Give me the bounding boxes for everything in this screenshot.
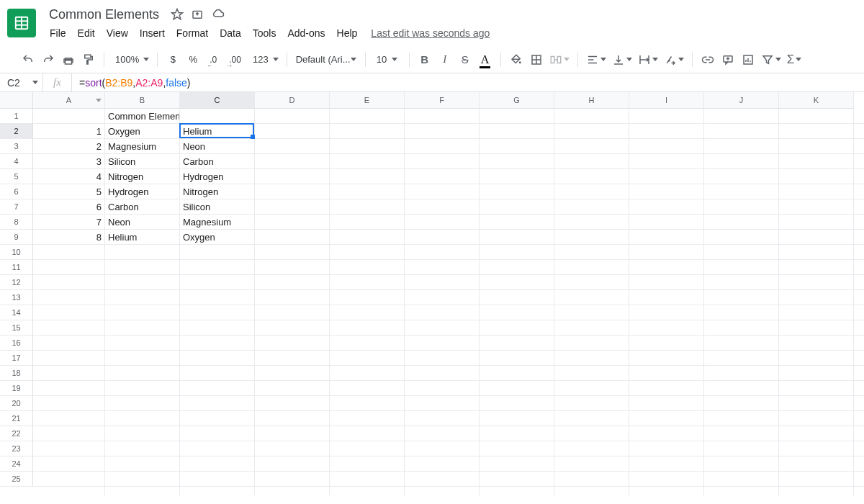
column-header-K[interactable]: K: [779, 92, 854, 109]
insert-link-button[interactable]: [698, 50, 717, 69]
redo-button[interactable]: [39, 50, 58, 69]
merge-cells-button[interactable]: [547, 50, 572, 69]
row-header-5[interactable]: 5: [0, 169, 33, 184]
row-header-1[interactable]: 1: [0, 109, 33, 124]
cell-C5[interactable]: Hydrogen: [180, 169, 254, 184]
row-header-10[interactable]: 10: [0, 245, 33, 260]
row-header-4[interactable]: 4: [0, 154, 33, 169]
cell-C4[interactable]: Carbon: [180, 154, 254, 169]
menu-tools[interactable]: Tools: [248, 24, 282, 42]
row-header-17[interactable]: 17: [0, 351, 33, 366]
row-header-20[interactable]: 20: [0, 396, 33, 411]
italic-button[interactable]: I: [436, 50, 454, 69]
fill-color-button[interactable]: [507, 50, 526, 69]
cell-A3[interactable]: 2: [33, 139, 104, 154]
sheets-app-icon[interactable]: [7, 9, 36, 37]
menu-add-ons[interactable]: Add-ons: [282, 24, 330, 42]
menu-insert[interactable]: Insert: [135, 24, 170, 42]
text-color-button[interactable]: A: [476, 50, 495, 69]
row-header-15[interactable]: 15: [0, 320, 33, 336]
column-header-D[interactable]: D: [255, 92, 330, 109]
currency-button[interactable]: $: [163, 50, 182, 69]
cell-A9[interactable]: 8: [33, 230, 104, 245]
row-header-7[interactable]: 7: [0, 199, 33, 215]
font-size-dropdown[interactable]: 10: [372, 50, 403, 69]
column-header-I[interactable]: I: [629, 92, 704, 109]
row-header-21[interactable]: 21: [0, 411, 33, 426]
strikethrough-button[interactable]: S: [456, 50, 474, 69]
more-formats-dropdown[interactable]: 123: [248, 50, 281, 69]
row-header-22[interactable]: 22: [0, 426, 33, 441]
cell-C8[interactable]: Magnesium: [180, 215, 254, 230]
cell-C7[interactable]: Silicon: [180, 199, 254, 215]
row-header-25[interactable]: 25: [0, 472, 33, 487]
print-button[interactable]: [59, 50, 78, 69]
filter-button[interactable]: [759, 50, 783, 69]
menu-view[interactable]: View: [102, 24, 133, 42]
row-header-24[interactable]: 24: [0, 456, 33, 472]
formula-bar[interactable]: =sort(B2:B9,A2:A9,false): [72, 77, 191, 89]
cloud-status-icon[interactable]: [211, 8, 225, 21]
horizontal-align-dropdown[interactable]: [584, 50, 608, 69]
row-header-11[interactable]: 11: [0, 260, 33, 275]
row-header-2[interactable]: 2: [0, 124, 33, 139]
row-header-14[interactable]: 14: [0, 305, 33, 320]
menu-help[interactable]: Help: [332, 24, 363, 42]
row-header-9[interactable]: 9: [0, 230, 33, 245]
select-all-corner[interactable]: [0, 92, 33, 109]
cell-B9[interactable]: Helium: [105, 230, 179, 245]
cell-B3[interactable]: Magnesium: [105, 139, 179, 154]
font-family-dropdown[interactable]: Default (Ari...: [293, 50, 359, 69]
cell-B5[interactable]: Nitrogen: [105, 169, 179, 184]
column-header-F[interactable]: F: [405, 92, 480, 109]
row-header-12[interactable]: 12: [0, 275, 33, 290]
menu-edit[interactable]: Edit: [73, 24, 100, 42]
vertical-align-dropdown[interactable]: [610, 50, 634, 69]
column-header-E[interactable]: E: [330, 92, 405, 109]
column-header-G[interactable]: G: [480, 92, 554, 109]
cell-A2[interactable]: 1: [33, 124, 104, 139]
menu-data[interactable]: Data: [215, 24, 246, 42]
column-menu-icon[interactable]: [96, 96, 102, 104]
bold-button[interactable]: B: [415, 50, 434, 69]
cell-B1[interactable]: Common Elements: [105, 109, 179, 124]
percent-button[interactable]: %: [184, 50, 202, 69]
document-title[interactable]: Common Elements: [45, 6, 163, 24]
text-rotation-dropdown[interactable]: [662, 50, 686, 69]
column-header-A[interactable]: A: [33, 92, 105, 109]
functions-button[interactable]: Σ: [785, 50, 804, 69]
decrease-decimal-button[interactable]: .0←: [204, 50, 222, 69]
cell-grid[interactable]: Common Elements1OxygenHelium2MagnesiumNe…: [33, 109, 864, 495]
cell-B2[interactable]: Oxygen: [105, 124, 179, 139]
zoom-dropdown[interactable]: 100%: [110, 50, 151, 69]
star-icon[interactable]: [171, 8, 184, 21]
name-box[interactable]: C2: [0, 73, 43, 91]
cell-B4[interactable]: Silicon: [105, 154, 179, 169]
row-header-8[interactable]: 8: [0, 215, 33, 230]
column-header-J[interactable]: J: [704, 92, 779, 109]
row-header-19[interactable]: 19: [0, 381, 33, 396]
row-header-3[interactable]: 3: [0, 139, 33, 154]
cell-C3[interactable]: Neon: [180, 139, 254, 154]
row-header-16[interactable]: 16: [0, 336, 33, 351]
column-header-B[interactable]: B: [105, 92, 180, 109]
row-header-18[interactable]: 18: [0, 366, 33, 381]
cell-C2[interactable]: Helium: [180, 124, 254, 139]
cell-B7[interactable]: Carbon: [105, 199, 179, 215]
insert-comment-button[interactable]: [719, 50, 737, 69]
menu-format[interactable]: Format: [171, 24, 213, 42]
cell-C9[interactable]: Oxygen: [180, 230, 254, 245]
row-header-13[interactable]: 13: [0, 290, 33, 305]
borders-button[interactable]: [527, 50, 546, 69]
cell-A7[interactable]: 6: [33, 199, 104, 215]
menu-file[interactable]: File: [45, 24, 71, 42]
column-header-C[interactable]: C: [180, 92, 255, 109]
cell-A5[interactable]: 4: [33, 169, 104, 184]
increase-decimal-button[interactable]: .00→: [224, 50, 246, 69]
paint-format-button[interactable]: [79, 50, 98, 69]
insert-chart-button[interactable]: [739, 50, 757, 69]
column-header-H[interactable]: H: [554, 92, 629, 109]
row-header-23[interactable]: 23: [0, 441, 33, 456]
move-icon[interactable]: [191, 8, 204, 21]
cell-A4[interactable]: 3: [33, 154, 104, 169]
